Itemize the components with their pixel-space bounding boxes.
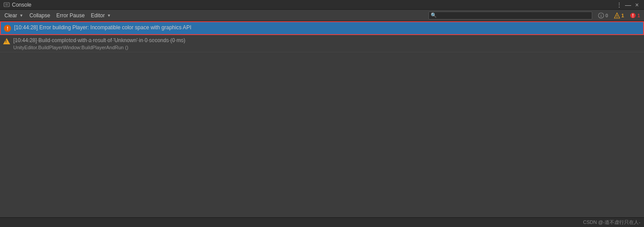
- clear-button[interactable]: Clear ▼: [2, 11, 26, 20]
- error-badge-button[interactable]: ! 1: [628, 11, 642, 20]
- svg-text:i: i: [600, 14, 602, 18]
- editor-button[interactable]: Editor ▼: [88, 11, 113, 20]
- search-box: 🔍: [428, 12, 592, 20]
- log-warning-text: [10:44:28] Build completed with a result…: [13, 37, 185, 44]
- editor-label: Editor: [91, 12, 104, 19]
- clear-label: Clear: [4, 12, 17, 19]
- error-icon: !: [4, 24, 12, 32]
- svg-rect-0: [4, 3, 9, 7]
- search-icon: 🔍: [431, 12, 437, 18]
- window-title: Console: [12, 2, 616, 8]
- warning-badge-button[interactable]: ! 1: [612, 11, 626, 20]
- warning-count: 1: [621, 13, 624, 18]
- minimize-button[interactable]: —: [625, 1, 632, 8]
- clear-dropdown-arrow: ▼: [19, 13, 23, 18]
- svg-text:!: !: [632, 13, 633, 18]
- close-button[interactable]: ×: [633, 1, 640, 8]
- toolbar: Clear ▼ Collapse Error Pause Editor ▼ 🔍 …: [0, 10, 644, 21]
- log-entry-warning[interactable]: [10:44:28] Build completed with a result…: [0, 35, 644, 52]
- more-options-button[interactable]: ⋮: [616, 1, 623, 8]
- collapse-button[interactable]: Collapse: [27, 11, 53, 20]
- error-count: 1: [637, 13, 640, 18]
- status-bar: CSDN @-道不虚行只在人-: [0, 217, 644, 227]
- info-icon: i: [598, 12, 604, 19]
- console-window: Console ⋮ — × Clear ▼ Collapse Error Pau…: [0, 0, 644, 227]
- console-icon: [4, 2, 10, 8]
- log-warning-subtext: UnityEditor.BuildPlayerWindow:BuildPlaye…: [13, 45, 185, 50]
- info-count: 0: [605, 13, 608, 18]
- search-input[interactable]: [438, 13, 590, 18]
- log-area[interactable]: ! [10:44:28] Error building Player: Inco…: [0, 21, 644, 217]
- editor-dropdown-arrow: ▼: [107, 13, 111, 18]
- status-text: CSDN @-道不虚行只在人-: [583, 219, 640, 226]
- log-entry-error[interactable]: ! [10:44:28] Error building Player: Inco…: [0, 21, 644, 35]
- badge-group: i 0 ! 1 ! 1: [596, 11, 642, 20]
- log-warning-content: [10:44:28] Build completed with a result…: [13, 37, 185, 50]
- error-badge-icon: !: [630, 12, 636, 19]
- info-badge-button[interactable]: i 0: [596, 11, 610, 20]
- error-pause-button[interactable]: Error Pause: [54, 11, 87, 20]
- log-error-text: [10:44:28] Error building Player: Incomp…: [14, 24, 640, 31]
- svg-text:!: !: [616, 14, 617, 19]
- warning-badge-icon: !: [614, 12, 620, 19]
- title-bar: Console ⋮ — ×: [0, 0, 644, 10]
- warning-icon: [3, 37, 11, 45]
- window-controls: ⋮ — ×: [616, 1, 640, 8]
